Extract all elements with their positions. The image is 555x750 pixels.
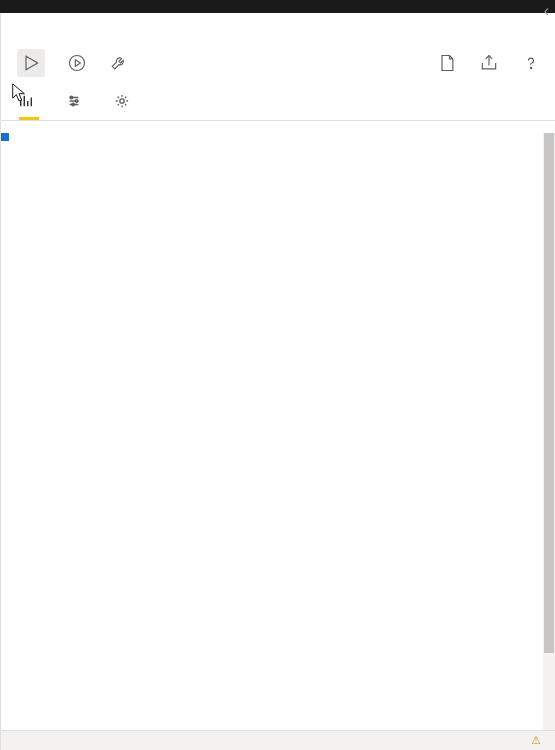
highlight-box <box>1 133 9 141</box>
warning-icon[interactable]: ⚠ <box>531 734 541 746</box>
svg-marker-0 <box>26 56 38 69</box>
gear-icon <box>115 94 129 108</box>
export-button[interactable] <box>479 53 499 73</box>
auto-run-button[interactable] <box>67 53 87 73</box>
svg-point-7 <box>120 99 124 103</box>
svg-point-1 <box>70 56 85 71</box>
visual-editor-panel: ‹ <box>0 13 555 750</box>
code-editor[interactable] <box>1 133 555 730</box>
svg-marker-2 <box>75 60 80 67</box>
tab-specification[interactable] <box>19 93 39 120</box>
help-button[interactable] <box>521 53 541 73</box>
new-spec-button[interactable] <box>437 53 457 73</box>
svg-point-3 <box>530 67 531 68</box>
toolbar <box>1 37 555 85</box>
bar-chart-icon <box>19 94 33 108</box>
vertical-scrollbar[interactable] <box>543 133 555 730</box>
collapse-chevron-icon[interactable]: ‹ <box>544 2 549 20</box>
tab-settings[interactable] <box>115 93 135 120</box>
scrollbar-thumb[interactable] <box>544 133 554 653</box>
sliders-icon <box>67 94 81 108</box>
tab-bar <box>1 85 555 121</box>
tab-config[interactable] <box>67 93 87 120</box>
run-button[interactable] <box>17 49 45 77</box>
repair-button[interactable] <box>109 53 129 73</box>
video-title-banner <box>0 0 555 13</box>
status-bar: ⚠ <box>1 730 555 750</box>
